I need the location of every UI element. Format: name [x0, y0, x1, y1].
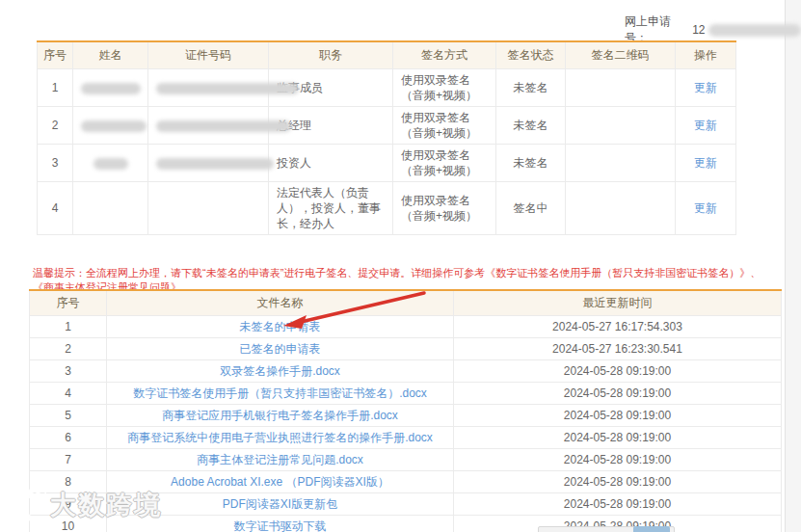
signature-qrcode-cell: [566, 69, 676, 107]
signer-no: 2: [38, 107, 73, 145]
file-no: 1: [30, 316, 107, 338]
file-row: 4 数字证书签名使用手册（暂只支持非国密证书签名）.docx 2024-05-2…: [30, 383, 782, 405]
signer-action-cell: 更新: [676, 107, 736, 145]
file-updated-time: 2024-05-27 16:23:30.541: [454, 338, 782, 360]
signature-status: 未签名: [496, 107, 566, 145]
redacted-name: [81, 83, 141, 94]
signature-qrcode-cell: [566, 145, 676, 182]
signature-qrcode-cell: [566, 107, 676, 145]
signer-row: 3 投资人 使用双录签名（音频+视频） 未签名 更新: [38, 145, 736, 182]
signer-row: 1 监事成员 使用双录签名（音频+视频） 未签名 更新: [38, 69, 736, 107]
signer-id-cell: [148, 145, 269, 182]
redacted-name: [93, 158, 128, 170]
redacted-id-number: [156, 158, 274, 170]
files-column-header: 序号: [30, 290, 107, 316]
signers-column-header: 姓名: [73, 41, 148, 69]
signer-name-cell: [73, 69, 148, 107]
watermark-text: 大数跨境: [50, 488, 162, 522]
watermark-logo: [4, 484, 46, 526]
redacted-id-number: [156, 120, 291, 132]
signer-id-cell: [148, 69, 269, 107]
signer-action-cell: 更新: [676, 145, 736, 182]
signature-status: 未签名: [496, 145, 566, 182]
bottom-partial-primary-button[interactable]: [633, 526, 670, 532]
file-name-cell: 商事登记系统中使用电子营业执照进行签名的操作手册.docx: [107, 427, 454, 449]
file-no: 7: [30, 449, 107, 471]
file-download-link[interactable]: 数字证书签名使用手册（暂只支持非国密证书签名）.docx: [133, 386, 427, 400]
page-right-edge: [785, 0, 801, 532]
file-row: 3 双录签名操作手册.docx 2024-05-28 09:19:00: [30, 360, 782, 383]
signers-column-header: 签名方式: [393, 41, 496, 69]
files-header-row: 序号文件名称最近更新时间: [30, 290, 782, 316]
file-updated-time: 2024-05-28 09:19:00: [454, 449, 782, 471]
file-row: 7 商事主体登记注册常见问题.docx 2024-05-28 09:19:00: [30, 449, 782, 471]
signer-position: 法定代表人（负责人），投资人，董事长，经办人: [269, 182, 393, 235]
signers-header-row: 序号姓名证件号码职务签名方式签名状态签名二维码操作: [38, 41, 736, 69]
signature-qrcode-cell: [566, 182, 676, 235]
file-row: 2 已签名的申请表 2024-05-27 16:23:30.541: [30, 338, 782, 360]
file-no: 4: [30, 383, 107, 405]
file-download-link[interactable]: 商事登记应用手机银行电子签名操作手册.docx: [162, 409, 398, 422]
file-download-link[interactable]: 未签名的申请表: [240, 320, 321, 333]
signature-method: 使用双录签名（音频+视频）: [393, 145, 496, 182]
signer-action-cell: 更新: [676, 69, 736, 107]
file-name-cell: 已签名的申请表: [107, 338, 454, 360]
files-column-header: 最近更新时间: [454, 290, 782, 316]
update-link[interactable]: 更新: [694, 201, 717, 215]
signers-column-header: 职务: [269, 41, 393, 69]
redacted-id-number: [156, 83, 299, 94]
signature-method: 使用双录签名（音频+视频）: [393, 182, 496, 235]
redacted-app-no: [708, 24, 801, 37]
file-updated-time: 2024-05-28 09:19:00: [454, 383, 782, 405]
signer-action-cell: 更新: [676, 182, 736, 235]
signature-method: 使用双录签名（音频+视频）: [393, 107, 496, 145]
file-no: 5: [30, 405, 107, 427]
file-download-link[interactable]: Adobe Acrobat XI.exe （PDF阅读器XI版）: [171, 475, 389, 489]
file-name-cell: 未签名的申请表: [107, 316, 454, 338]
file-name-cell: 商事主体登记注册常见问题.docx: [107, 449, 454, 471]
signers-column-header: 证件号码: [148, 41, 269, 69]
signer-no: 4: [38, 182, 73, 235]
application-signature-page: 网上申请号：12 序号姓名证件号码职务签名方式签名状态签名二维码操作 1 监事成…: [0, 0, 801, 532]
file-name-cell: 双录签名操作手册.docx: [107, 360, 454, 383]
app-no-value: 12: [692, 23, 705, 37]
file-row: 6 商事登记系统中使用电子营业执照进行签名的操作手册.docx 2024-05-…: [30, 427, 782, 449]
file-download-link[interactable]: 数字证书驱动下载: [234, 519, 327, 532]
update-link[interactable]: 更新: [694, 81, 717, 94]
file-row: 5 商事登记应用手机银行电子签名操作手册.docx 2024-05-28 09:…: [30, 405, 782, 427]
file-updated-time: 2024-05-28 09:19:00: [454, 471, 782, 493]
signer-row: 2 总经理 使用双录签名（音频+视频） 未签名 更新: [38, 107, 736, 145]
signer-name-cell: [73, 182, 148, 235]
update-link[interactable]: 更新: [694, 119, 717, 132]
signature-method: 使用双录签名（音频+视频）: [393, 69, 496, 107]
signers-column-header: 签名状态: [496, 41, 566, 69]
file-download-link[interactable]: 商事主体登记注册常见问题.docx: [197, 453, 363, 466]
signature-status: 未签名: [496, 69, 566, 107]
signer-no: 1: [38, 69, 73, 107]
signature-status: 签名中: [496, 182, 566, 235]
file-updated-time: 2024-05-28 09:19:00: [454, 427, 782, 449]
signers-column-header: 签名二维码: [566, 41, 676, 69]
file-updated-time: 2024-05-28 09:19:00: [454, 360, 782, 383]
watermark: 大数跨境: [4, 484, 162, 526]
file-no: 3: [30, 360, 107, 383]
file-download-link[interactable]: 双录签名操作手册.docx: [220, 364, 340, 378]
file-row: 1 未签名的申请表 2024-05-27 16:17:54.303: [30, 316, 782, 338]
signer-no: 3: [38, 145, 73, 182]
signers-column-header: 操作: [676, 41, 736, 69]
file-download-link[interactable]: PDF阅读器XI版更新包: [223, 497, 337, 511]
signers-table: 序号姓名证件号码职务签名方式签名状态签名二维码操作 1 监事成员 使用双录签名（…: [37, 40, 736, 235]
file-no: 2: [30, 338, 107, 360]
file-updated-time: 2024-05-27 16:17:54.303: [454, 316, 782, 338]
signer-name-cell: [73, 145, 148, 182]
signer-id-cell: [148, 182, 269, 235]
update-link[interactable]: 更新: [694, 156, 717, 170]
file-no: 6: [30, 427, 107, 449]
signer-row: 4 法定代表人（负责人），投资人，董事长，经办人 使用双录签名（音频+视频） 签…: [38, 182, 736, 235]
file-download-link[interactable]: 商事登记系统中使用电子营业执照进行签名的操作手册.docx: [127, 431, 433, 444]
file-name-cell: 商事登记应用手机银行电子签名操作手册.docx: [107, 405, 454, 427]
file-updated-time: 2024-05-28 09:19:00: [454, 405, 782, 427]
file-download-link[interactable]: 已签名的申请表: [240, 342, 321, 356]
redacted-name: [81, 120, 147, 132]
signer-position: 投资人: [269, 145, 393, 182]
